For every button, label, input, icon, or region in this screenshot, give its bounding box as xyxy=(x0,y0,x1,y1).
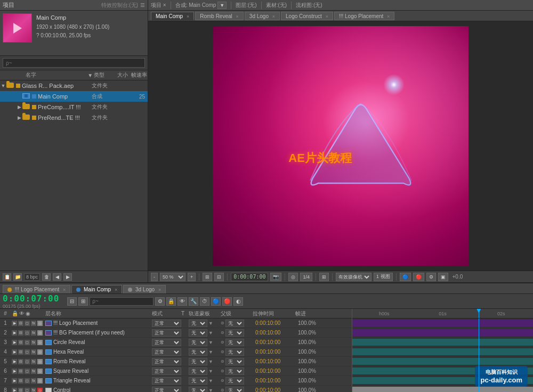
parent-select[interactable]: 无 xyxy=(225,377,244,385)
timeline-settings-button[interactable]: ⚙ xyxy=(155,297,165,306)
mode-select[interactable]: 正常 xyxy=(152,368,181,375)
timeline-btn-6[interactable]: 🔧 xyxy=(189,297,198,306)
tab-main-comp-timeline[interactable]: Main Comp × xyxy=(71,285,122,293)
folder-button[interactable]: 📁 xyxy=(13,273,22,281)
table-row[interactable]: 6 ▶ ⊟ ◻ fx ◎ Square Reveal 正常 xyxy=(0,366,352,376)
new-comp-button[interactable]: 📋 xyxy=(3,273,11,281)
tools-button[interactable]: ⚙ xyxy=(426,273,436,281)
quality-btn[interactable]: ◻ xyxy=(25,359,30,364)
shy-btn[interactable]: ⊟ xyxy=(18,321,23,326)
effect-btn[interactable]: fx xyxy=(31,330,36,336)
tab-close-icon[interactable]: × xyxy=(115,287,117,292)
trash-button[interactable]: 🗑 xyxy=(42,273,51,281)
quality-btn[interactable]: ◻ xyxy=(25,349,30,355)
effect-btn[interactable]: fx xyxy=(31,359,36,364)
parent-select[interactable]: 无 xyxy=(225,348,244,356)
tab-close-icon[interactable]: × xyxy=(326,14,328,19)
back-button[interactable]: ◀ xyxy=(53,273,61,281)
view-count-btn[interactable]: 1 视图 xyxy=(374,273,393,281)
sort-icon[interactable]: ▼ xyxy=(86,71,94,79)
expand-icon[interactable]: ▶ xyxy=(16,104,22,110)
zoom-out-button[interactable]: - xyxy=(151,273,158,281)
expand-layer-btn[interactable]: ▶ xyxy=(12,369,17,374)
track-select[interactable]: 无 xyxy=(189,348,207,356)
tab-romb-reveal[interactable]: Romb Reveal × xyxy=(195,12,244,20)
mode-select[interactable]: 正常 xyxy=(152,339,181,346)
tab-3d-logo-timeline[interactable]: 3d Logo × xyxy=(123,285,166,293)
track-select[interactable]: 无 xyxy=(189,339,207,346)
quality-btn[interactable]: ◻ xyxy=(25,340,30,345)
parent-select[interactable]: 无 xyxy=(225,358,244,365)
expand-layer-btn[interactable]: ▶ xyxy=(12,340,17,345)
camera-icon[interactable]: 📷 xyxy=(270,273,281,281)
shy-btn[interactable]: ⊟ xyxy=(18,388,23,393)
table-row[interactable]: 8 ▶ ⊟ ◻ fx ◎ Control 正常 xyxy=(0,386,352,392)
timeline-btn-9[interactable]: 🔴 xyxy=(222,297,232,306)
timeline-btn-8[interactable]: 🔵 xyxy=(211,297,221,306)
tab-3d-logo[interactable]: 3d Logo × xyxy=(245,12,280,20)
search-input[interactable] xyxy=(3,58,145,68)
timeline-btn-2[interactable]: ⊞ xyxy=(78,297,88,306)
zoom-select[interactable]: 50 % 100 % 25 % xyxy=(160,273,185,281)
expand-layer-btn[interactable]: ▶ xyxy=(12,388,17,393)
quality-btn[interactable]: ◻ xyxy=(25,321,30,326)
solo-btn[interactable]: ◎ xyxy=(37,359,43,364)
comp-menu-button[interactable]: ▼ xyxy=(217,2,227,9)
shy-btn[interactable]: ⊟ xyxy=(18,330,23,336)
table-row[interactable]: 5 ▶ ⊟ ◻ fx ◎ Romb Reveal 正常 xyxy=(0,357,352,366)
timeline-search-input[interactable] xyxy=(90,297,154,306)
camera-select[interactable]: 有效摄像机 xyxy=(336,273,372,281)
mode-select[interactable]: 正常 xyxy=(152,387,181,393)
tab-close-icon[interactable]: × xyxy=(236,14,239,19)
quality-btn[interactable]: ◻ xyxy=(25,388,30,393)
table-row[interactable]: 1 ▶ ⊟ ◻ fx ◎ !!! Logo Placement 正常 xyxy=(0,318,352,328)
quality-button[interactable]: ◎ xyxy=(288,273,298,281)
effect-btn[interactable]: fx xyxy=(31,321,36,326)
timeline-btn-10[interactable]: ◐ xyxy=(233,297,243,306)
table-row[interactable]: 2 ▶ ⊟ ◻ fx ◎ !!! BG Placement (if you ne… xyxy=(0,328,352,338)
effect-btn[interactable]: fx xyxy=(31,378,36,383)
tab-logo-placement[interactable]: !!! Logo Placement × xyxy=(334,12,394,20)
track-select[interactable]: 无 xyxy=(189,358,207,365)
timeline-btn-1[interactable]: ⊟ xyxy=(67,297,77,306)
zoom-in-button[interactable]: + xyxy=(188,273,196,281)
mask-button[interactable]: 🔴 xyxy=(413,273,424,281)
shy-btn[interactable]: ⊟ xyxy=(18,349,23,355)
parent-select[interactable]: 无 xyxy=(225,320,244,327)
tab-close-icon[interactable]: × xyxy=(387,14,390,19)
shy-btn[interactable]: ⊟ xyxy=(18,369,23,374)
tab-logo-placement-timeline[interactable]: !!! Logo Placement × xyxy=(3,285,70,293)
parent-select[interactable]: 无 xyxy=(225,368,244,375)
playhead[interactable] xyxy=(479,309,479,318)
expand-layer-btn[interactable]: ▶ xyxy=(12,330,17,336)
tab-logo-construct[interactable]: Logo Construct × xyxy=(281,12,333,20)
render-button[interactable]: ▣ xyxy=(438,273,448,281)
parent-select[interactable]: 无 xyxy=(225,329,244,337)
forward-button[interactable]: ▶ xyxy=(63,273,72,281)
effect-btn[interactable]: fx xyxy=(31,388,36,393)
track-select[interactable]: 无 xyxy=(189,329,207,337)
solo-btn[interactable]: ◎ xyxy=(37,321,43,326)
expand-layer-btn[interactable]: ▶ xyxy=(12,321,17,326)
effect-btn[interactable]: fx xyxy=(31,340,36,345)
parent-select[interactable]: 无 xyxy=(225,339,244,346)
tab-close-icon[interactable]: × xyxy=(158,287,161,292)
table-row[interactable]: 3 ▶ ⊟ ◻ fx ◎ Circle Reveal 正常 xyxy=(0,338,352,347)
expand-layer-btn[interactable]: ▶ xyxy=(12,349,17,355)
tab-close-icon[interactable]: × xyxy=(63,287,66,292)
track-select[interactable]: 无 xyxy=(189,320,207,327)
tab-close-icon[interactable]: × xyxy=(187,14,189,19)
mode-select[interactable]: 正常 xyxy=(152,329,181,337)
solo-btn[interactable]: ◎ xyxy=(37,349,43,355)
grid-button[interactable]: ⊞ xyxy=(203,273,212,281)
solo-btn[interactable]: ◎ xyxy=(37,378,43,383)
timeline-btn-5[interactable]: 👁 xyxy=(177,297,187,306)
shy-btn[interactable]: ⊟ xyxy=(18,340,23,345)
table-row[interactable]: 7 ▶ ⊟ ◻ fx ◎ Triangle Reveal 正常 xyxy=(0,376,352,386)
timeline-btn-7[interactable]: ⏱ xyxy=(200,297,209,306)
parent-select[interactable]: 无 xyxy=(225,387,244,393)
quality-btn[interactable]: ◻ xyxy=(25,330,30,336)
track-select[interactable]: 无 xyxy=(189,377,207,385)
track-select[interactable]: 无 xyxy=(189,368,207,375)
quality-btn[interactable]: ◻ xyxy=(25,378,30,383)
